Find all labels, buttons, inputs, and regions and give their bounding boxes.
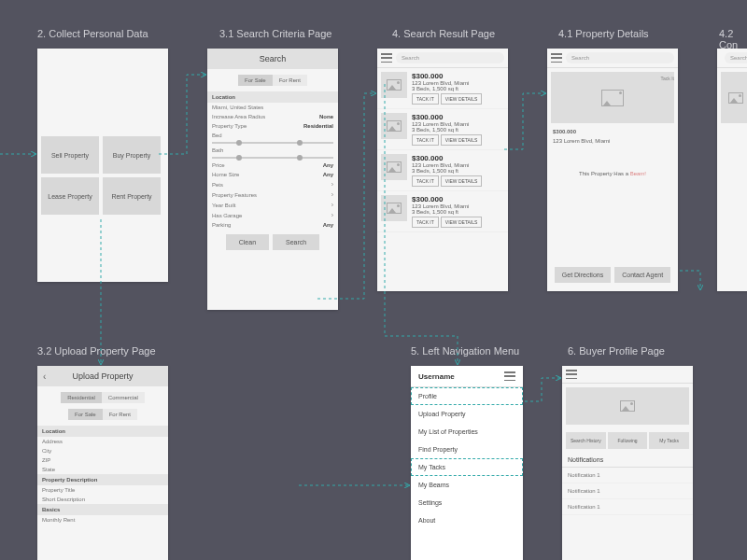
hamburger-icon[interactable] (504, 371, 515, 381)
back-icon[interactable]: ‹ (43, 371, 46, 382)
label-s5: 5. Left Navigation Menu (411, 345, 519, 357)
thumb-image (381, 72, 407, 98)
result-row: $300.000123 Lorem Blvd, Miami3 Beds, 1,5… (377, 109, 508, 150)
view-button[interactable]: VIEW DETAILS (441, 175, 483, 187)
label-s6: 6. Buyer Profile Page (568, 345, 665, 357)
search-field[interactable]: Property TypeResidential (207, 121, 338, 131)
nav-item[interactable]: My List of Properties (411, 423, 523, 441)
tack-button[interactable]: TACK IT (412, 93, 439, 105)
directions-button[interactable]: Get Directions (555, 267, 611, 283)
tab-rent[interactable]: For Rent (103, 409, 137, 420)
nav-item[interactable]: My Tacks (411, 458, 523, 476)
screen-search: Search For Sale For Rent Location Miami,… (207, 49, 338, 310)
upload-title: ‹Upload Property (37, 366, 168, 386)
tile-rent[interactable]: Rent Property (103, 177, 161, 215)
screen-details: Search Tack It $300.000 123 Lorem Blvd, … (547, 49, 678, 291)
hamburger-icon[interactable] (381, 53, 392, 63)
nav-username: Username (418, 372, 455, 381)
notif-item[interactable]: Notification 1 (562, 468, 693, 483)
tab-for-rent[interactable]: For Rent (273, 75, 307, 86)
label-s2: 2. Collect Personal Data (37, 28, 148, 39)
search-input[interactable]: Search (725, 52, 747, 63)
slider[interactable] (212, 142, 333, 144)
search-field[interactable]: Bed (207, 131, 338, 140)
search-field[interactable]: PriceAny (207, 161, 338, 170)
screen-42: Search (717, 49, 747, 291)
label-s4: 4. Search Result Page (392, 28, 495, 39)
nav-item[interactable]: Settings (411, 494, 523, 511)
contact-button[interactable]: Contact Agent (614, 267, 670, 283)
search-input[interactable]: Search (396, 52, 504, 63)
search-field[interactable]: Has Garage› (207, 210, 338, 220)
location-header: Location (207, 91, 338, 103)
screen-results: Search $300.000123 Lorem Blvd, Miami3 Be… (377, 49, 508, 291)
beam-note: This Property Has a Beam! (547, 169, 678, 178)
search-button[interactable]: Search (273, 234, 319, 250)
upload-field[interactable]: City (37, 446, 168, 455)
upload-field[interactable]: Short Description (37, 495, 168, 504)
upload-field[interactable]: State (37, 465, 168, 474)
tack-button[interactable]: TACK IT (412, 175, 439, 187)
upload-basics-hdr: Basics (37, 504, 168, 515)
nav-item[interactable]: About (411, 511, 523, 529)
thumb-image (381, 154, 407, 180)
view-button[interactable]: VIEW DETAILS (441, 217, 483, 228)
search-field[interactable]: Bath (207, 146, 338, 155)
property-image (721, 72, 747, 123)
upload-field[interactable]: Address (37, 437, 168, 446)
profile-image (566, 387, 689, 425)
tab-for-sale[interactable]: For Sale (238, 75, 273, 86)
view-button[interactable]: VIEW DETAILS (441, 134, 483, 146)
notif-header: Notifications (562, 453, 693, 468)
nav-item[interactable]: Upload Property (411, 405, 523, 423)
thumb-image (381, 113, 407, 139)
screen-profile: Search History Following My Tacks Notifi… (562, 366, 693, 560)
tab-commercial[interactable]: Commercial (102, 392, 145, 403)
hamburger-icon[interactable] (551, 53, 562, 63)
upload-desc-hdr: Property Description (37, 474, 168, 485)
search-input[interactable]: Search (566, 52, 674, 63)
tile-buy[interactable]: Buy Property (103, 136, 161, 174)
result-row: $300.000123 Lorem Blvd, Miami3 Beds, 1,5… (377, 68, 508, 109)
notif-item[interactable]: Notification 1 (562, 483, 693, 499)
upload-field[interactable]: Monthly Rent (37, 515, 168, 525)
thumb-image (381, 195, 407, 221)
label-s31: 3.1 Search Criteria Page (219, 28, 331, 39)
tile-sell[interactable]: Sell Property (41, 136, 99, 174)
property-image (551, 72, 674, 123)
tack-button[interactable]: TACK IT (412, 134, 439, 146)
search-field[interactable]: Pets› (207, 179, 338, 189)
upload-loc-hdr: Location (37, 426, 168, 437)
tab-tacks[interactable]: My Tacks (649, 432, 689, 449)
hamburger-icon[interactable] (566, 370, 577, 379)
screen-collect: Sell Property Buy Property Lease Propert… (37, 49, 168, 282)
tile-lease[interactable]: Lease Property (41, 177, 99, 215)
label-s41: 4.1 Property Details (558, 28, 649, 39)
nav-item[interactable]: Profile (411, 387, 523, 405)
detail-price: $300.000 (547, 127, 678, 136)
tab-following[interactable]: Following (608, 432, 648, 449)
slider[interactable] (212, 157, 333, 159)
search-field[interactable]: ParkingAny (207, 220, 338, 230)
search-field[interactable]: Home SizeAny (207, 170, 338, 179)
upload-field[interactable]: Property Title (37, 485, 168, 495)
search-field[interactable]: Increase Area RadiusNone (207, 112, 338, 121)
result-row: $300.000123 Lorem Blvd, Miami3 Beds, 1,5… (377, 150, 508, 191)
tab-residential[interactable]: Residential (61, 392, 102, 403)
notif-item[interactable]: Notification 1 (562, 499, 693, 515)
tack-it-link[interactable]: Tack It (661, 76, 674, 81)
nav-item[interactable]: My Beams (411, 476, 523, 494)
search-title: Search (207, 49, 338, 69)
search-field[interactable]: Year Built› (207, 200, 338, 210)
upload-field[interactable]: ZIP (37, 455, 168, 465)
location-value: Miami, United States (207, 103, 338, 112)
detail-address: 123 Lorem Blvd, Miami (547, 136, 678, 146)
nav-item[interactable]: Find Property (411, 441, 523, 458)
search-field[interactable]: Property Features› (207, 189, 338, 200)
view-button[interactable]: VIEW DETAILS (441, 93, 483, 105)
clean-button[interactable]: Clean (226, 234, 269, 250)
tab-sale[interactable]: For Sale (68, 409, 103, 420)
result-row: $300.000123 Lorem Blvd, Miami3 Beds, 1,5… (377, 191, 508, 232)
tab-history[interactable]: Search History (566, 432, 606, 449)
tack-button[interactable]: TACK IT (412, 217, 439, 228)
